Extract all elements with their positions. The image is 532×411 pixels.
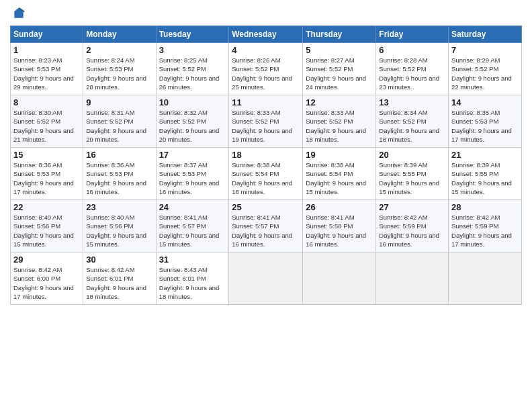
- calendar-cell: 15 Sunrise: 8:36 AMSunset: 5:53 PMDaylig…: [11, 148, 83, 200]
- calendar-cell: 19 Sunrise: 8:38 AMSunset: 5:54 PMDaylig…: [303, 148, 376, 200]
- calendar-week-row: 29 Sunrise: 8:42 AMSunset: 6:00 PMDaylig…: [11, 253, 522, 305]
- day-info: Sunrise: 8:39 AMSunset: 5:55 PMDaylight:…: [451, 161, 512, 195]
- header-saturday: Saturday: [449, 26, 522, 43]
- calendar-week-row: 1 Sunrise: 8:23 AMSunset: 5:53 PMDayligh…: [11, 43, 522, 95]
- day-number: 29: [13, 255, 80, 265]
- header-thursday: Thursday: [303, 26, 376, 43]
- calendar-cell: 21 Sunrise: 8:39 AMSunset: 5:55 PMDaylig…: [449, 148, 522, 200]
- day-info: Sunrise: 8:42 AMSunset: 5:59 PMDaylight:…: [451, 214, 512, 248]
- day-info: Sunrise: 8:31 AMSunset: 5:52 PMDaylight:…: [86, 109, 146, 143]
- day-number: 12: [306, 97, 373, 107]
- calendar-cell: 28 Sunrise: 8:42 AMSunset: 5:59 PMDaylig…: [449, 200, 522, 253]
- day-info: Sunrise: 8:32 AMSunset: 5:52 PMDaylight:…: [159, 109, 220, 143]
- day-info: Sunrise: 8:37 AMSunset: 5:53 PMDaylight:…: [159, 161, 220, 195]
- day-number: 10: [159, 97, 226, 107]
- day-number: 26: [306, 202, 373, 212]
- page-container: SundayMondayTuesdayWednesdayThursdayFrid…: [0, 0, 532, 308]
- day-info: Sunrise: 8:40 AMSunset: 5:56 PMDaylight:…: [86, 214, 146, 248]
- day-info: Sunrise: 8:42 AMSunset: 5:59 PMDaylight:…: [379, 214, 439, 248]
- day-info: Sunrise: 8:27 AMSunset: 5:52 PMDaylight:…: [306, 56, 366, 91]
- day-info: Sunrise: 8:36 AMSunset: 5:53 PMDaylight:…: [13, 161, 74, 195]
- calendar-cell: 26 Sunrise: 8:41 AMSunset: 5:58 PMDaylig…: [303, 200, 376, 253]
- header-wednesday: Wednesday: [229, 26, 303, 43]
- day-number: 8: [13, 97, 80, 107]
- day-number: 23: [86, 202, 152, 212]
- day-number: 7: [451, 45, 519, 55]
- header-tuesday: Tuesday: [156, 26, 229, 43]
- day-number: 17: [159, 150, 226, 160]
- header-friday: Friday: [376, 26, 449, 43]
- day-info: Sunrise: 8:30 AMSunset: 5:52 PMDaylight:…: [13, 109, 74, 143]
- day-number: 6: [379, 45, 445, 55]
- calendar-cell: 11 Sunrise: 8:33 AMSunset: 5:52 PMDaylig…: [229, 95, 303, 148]
- day-number: 14: [451, 97, 519, 107]
- day-number: 22: [13, 202, 80, 212]
- calendar-cell: 5 Sunrise: 8:27 AMSunset: 5:52 PMDayligh…: [303, 43, 376, 95]
- calendar-cell: 22 Sunrise: 8:40 AMSunset: 5:56 PMDaylig…: [11, 200, 83, 253]
- day-info: Sunrise: 8:41 AMSunset: 5:57 PMDaylight:…: [232, 214, 292, 248]
- header-row-days: SundayMondayTuesdayWednesdayThursdayFrid…: [11, 26, 522, 43]
- calendar-cell: 3 Sunrise: 8:25 AMSunset: 5:52 PMDayligh…: [156, 43, 229, 95]
- day-info: Sunrise: 8:41 AMSunset: 5:57 PMDaylight:…: [159, 214, 220, 248]
- day-info: Sunrise: 8:42 AMSunset: 6:00 PMDaylight:…: [13, 266, 74, 300]
- day-number: 16: [86, 150, 152, 160]
- day-number: 19: [306, 150, 373, 160]
- day-info: Sunrise: 8:24 AMSunset: 5:53 PMDaylight:…: [86, 56, 146, 91]
- calendar-cell: [229, 253, 303, 305]
- calendar-cell: 18 Sunrise: 8:38 AMSunset: 5:54 PMDaylig…: [229, 148, 303, 200]
- header-sunday: Sunday: [11, 26, 83, 43]
- calendar-week-row: 8 Sunrise: 8:30 AMSunset: 5:52 PMDayligh…: [11, 95, 522, 148]
- header-monday: Monday: [83, 26, 156, 43]
- day-number: 3: [159, 45, 226, 55]
- day-number: 2: [86, 45, 152, 55]
- day-info: Sunrise: 8:25 AMSunset: 5:52 PMDaylight:…: [159, 56, 220, 91]
- calendar-week-row: 15 Sunrise: 8:36 AMSunset: 5:53 PMDaylig…: [11, 148, 522, 200]
- day-info: Sunrise: 8:35 AMSunset: 5:53 PMDaylight:…: [451, 109, 512, 143]
- day-number: 5: [306, 45, 373, 55]
- day-number: 1: [13, 45, 80, 55]
- calendar-cell: [449, 253, 522, 305]
- day-number: 9: [86, 97, 152, 107]
- calendar-cell: 25 Sunrise: 8:41 AMSunset: 5:57 PMDaylig…: [229, 200, 303, 253]
- calendar-cell: 29 Sunrise: 8:42 AMSunset: 6:00 PMDaylig…: [11, 253, 83, 305]
- day-info: Sunrise: 8:38 AMSunset: 5:54 PMDaylight:…: [232, 161, 292, 195]
- calendar-cell: 8 Sunrise: 8:30 AMSunset: 5:52 PMDayligh…: [11, 95, 83, 148]
- day-number: 11: [232, 97, 300, 107]
- calendar-cell: 9 Sunrise: 8:31 AMSunset: 5:52 PMDayligh…: [83, 95, 156, 148]
- day-number: 15: [13, 150, 80, 160]
- day-number: 30: [86, 255, 152, 265]
- calendar-cell: 13 Sunrise: 8:34 AMSunset: 5:52 PMDaylig…: [376, 95, 449, 148]
- calendar-table: SundayMondayTuesdayWednesdayThursdayFrid…: [10, 26, 522, 305]
- calendar-cell: 24 Sunrise: 8:41 AMSunset: 5:57 PMDaylig…: [156, 200, 229, 253]
- calendar-cell: 14 Sunrise: 8:35 AMSunset: 5:53 PMDaylig…: [449, 95, 522, 148]
- calendar-cell: 10 Sunrise: 8:32 AMSunset: 5:52 PMDaylig…: [156, 95, 229, 148]
- calendar-cell: 16 Sunrise: 8:36 AMSunset: 5:53 PMDaylig…: [83, 148, 156, 200]
- day-info: Sunrise: 8:26 AMSunset: 5:52 PMDaylight:…: [232, 56, 292, 91]
- calendar-cell: 2 Sunrise: 8:24 AMSunset: 5:53 PMDayligh…: [83, 43, 156, 95]
- calendar-cell: 31 Sunrise: 8:43 AMSunset: 6:01 PMDaylig…: [156, 253, 229, 305]
- day-number: 21: [451, 150, 519, 160]
- calendar-cell: 4 Sunrise: 8:26 AMSunset: 5:52 PMDayligh…: [229, 43, 303, 95]
- calendar-week-row: 22 Sunrise: 8:40 AMSunset: 5:56 PMDaylig…: [11, 200, 522, 253]
- day-number: 18: [232, 150, 300, 160]
- day-number: 28: [451, 202, 519, 212]
- day-number: 31: [159, 255, 226, 265]
- logo: [10, 7, 26, 20]
- calendar-cell: 12 Sunrise: 8:33 AMSunset: 5:52 PMDaylig…: [303, 95, 376, 148]
- day-number: 27: [379, 202, 445, 212]
- header-row: [10, 7, 522, 20]
- day-info: Sunrise: 8:28 AMSunset: 5:52 PMDaylight:…: [379, 56, 439, 91]
- day-info: Sunrise: 8:42 AMSunset: 6:01 PMDaylight:…: [86, 266, 146, 300]
- calendar-cell: 27 Sunrise: 8:42 AMSunset: 5:59 PMDaylig…: [376, 200, 449, 253]
- calendar-cell: [303, 253, 376, 305]
- day-info: Sunrise: 8:23 AMSunset: 5:53 PMDaylight:…: [13, 56, 74, 91]
- day-number: 24: [159, 202, 226, 212]
- day-info: Sunrise: 8:43 AMSunset: 6:01 PMDaylight:…: [159, 266, 220, 300]
- day-info: Sunrise: 8:40 AMSunset: 5:56 PMDaylight:…: [13, 214, 74, 248]
- day-info: Sunrise: 8:29 AMSunset: 5:52 PMDaylight:…: [451, 56, 512, 91]
- day-number: 25: [232, 202, 300, 212]
- day-number: 4: [232, 45, 300, 55]
- day-number: 20: [379, 150, 445, 160]
- calendar-cell: 17 Sunrise: 8:37 AMSunset: 5:53 PMDaylig…: [156, 148, 229, 200]
- day-info: Sunrise: 8:39 AMSunset: 5:55 PMDaylight:…: [379, 161, 439, 195]
